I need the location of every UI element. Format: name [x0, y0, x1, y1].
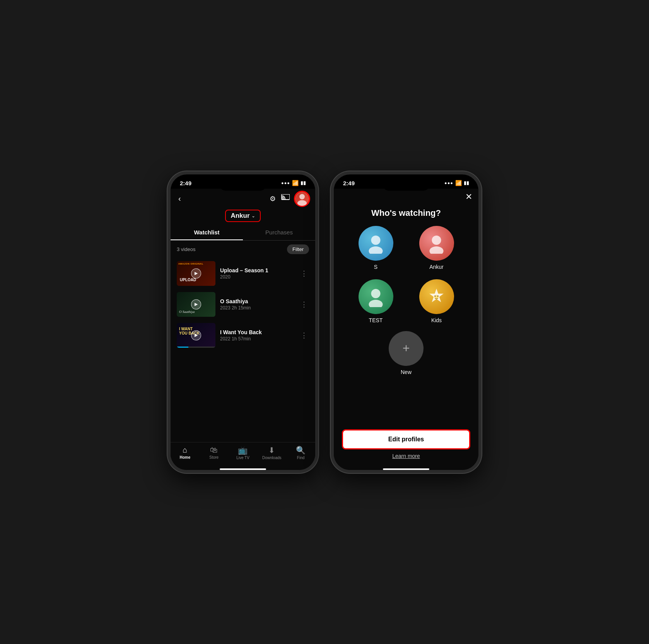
status-time-1: 2:49: [180, 180, 191, 186]
svg-point-1: [299, 194, 305, 200]
video-thumb-iwant: I WANTYOU BACK ▶: [177, 323, 215, 348]
store-icon: 🛍: [210, 446, 218, 454]
svg-point-6: [430, 246, 444, 254]
profiles-grid: S Ankur: [334, 226, 478, 323]
video-thumb-upload: AMAZON ORIGINAL UPLOAD ▶: [177, 261, 215, 286]
svg-point-4: [369, 246, 383, 254]
spacer-2: [334, 375, 478, 413]
profile-kids[interactable]: Kids: [419, 279, 454, 323]
video-meta-upload: 2020: [220, 274, 294, 280]
video-item-upload[interactable]: AMAZON ORIGINAL UPLOAD ▶ Upload – Season…: [171, 258, 315, 289]
new-profile-container: + New: [334, 323, 478, 375]
cast-icon[interactable]: [281, 194, 290, 203]
video-item-iwant[interactable]: I WANTYOU BACK ▶ I Want You Back 2022 1h…: [171, 320, 315, 351]
wifi-icon-2: 📶: [455, 180, 462, 186]
profile-name-kids: Kids: [431, 317, 442, 323]
video-title-upload: Upload – Season 1: [220, 267, 294, 273]
back-button[interactable]: ‹: [177, 193, 183, 205]
new-profile-button[interactable]: +: [389, 331, 424, 366]
svg-point-8: [369, 300, 383, 307]
tab-purchases[interactable]: Purchases: [243, 225, 315, 240]
nav-find[interactable]: 🔍 Find: [286, 446, 315, 460]
profile-s[interactable]: S: [359, 226, 393, 270]
filter-button[interactable]: Filter: [287, 244, 309, 254]
video-item-saathiya[interactable]: O Saathiya ▶ O Saathiya 2023 2h 15min ⋮: [171, 289, 315, 320]
videos-header: 3 videos Filter: [171, 241, 315, 256]
dropdown-arrow-icon: ⌄: [251, 213, 255, 219]
whos-watching-title: Who's watching?: [334, 202, 478, 226]
home-indicator-2: [383, 468, 429, 470]
avatar-ankur: [419, 226, 454, 261]
svg-point-12: [437, 296, 439, 297]
username-badge[interactable]: Ankur ⌄: [225, 210, 260, 222]
nav-home[interactable]: ⌂ Home: [171, 446, 200, 460]
avatar-kids: [419, 279, 454, 314]
video-info-saathiya: O Saathiya 2023 2h 15min: [220, 298, 294, 311]
nav-store[interactable]: 🛍 Store: [200, 446, 229, 460]
profile-name-test: TEST: [369, 317, 383, 323]
profile-ankur[interactable]: Ankur: [419, 226, 454, 270]
video-list: AMAZON ORIGINAL UPLOAD ▶ Upload – Season…: [171, 256, 315, 351]
downloads-label: Downloads: [262, 456, 281, 460]
settings-icon[interactable]: ⚙: [270, 195, 276, 203]
status-time-2: 2:49: [343, 180, 355, 186]
close-button[interactable]: ✕: [465, 192, 472, 202]
profile-name-s: S: [374, 264, 377, 270]
video-title-saathiya: O Saathiya: [220, 298, 294, 304]
status-icons-2: ●●● 📶 ▮▮: [444, 180, 469, 186]
video-meta-iwant: 2022 1h 57min: [220, 336, 294, 342]
livetv-icon: 📺: [238, 446, 248, 455]
phone2-content: ✕ Who's watching? S: [334, 189, 478, 470]
svg-point-3: [371, 236, 381, 245]
profile-test[interactable]: TEST: [359, 279, 393, 323]
profile-name-ankur: Ankur: [429, 264, 444, 270]
home-indicator-1: [220, 468, 266, 470]
signal-icon: ●●●: [281, 181, 290, 185]
tab-watchlist[interactable]: Watchlist: [171, 225, 243, 240]
content-spacer: [171, 351, 315, 442]
battery-icon: ▮▮: [301, 180, 306, 186]
screen1-header: ‹ ⚙: [171, 189, 315, 206]
video-thumb-saathiya: O Saathiya ▶: [177, 292, 215, 317]
avatar-test: [359, 279, 393, 314]
home-label: Home: [180, 455, 191, 460]
more-options-saathiya[interactable]: ⋮: [299, 299, 309, 310]
signal-icon-2: ●●●: [444, 181, 453, 185]
edit-profiles-button[interactable]: Edit profiles: [343, 430, 469, 448]
learn-more-link[interactable]: Learn more: [343, 453, 469, 459]
home-icon: ⌂: [183, 446, 187, 454]
more-options-iwant[interactable]: ⋮: [299, 330, 309, 341]
dynamic-island: [220, 179, 266, 191]
video-meta-saathiya: 2023 2h 15min: [220, 305, 294, 311]
phone1-content: ‹ ⚙: [171, 189, 315, 470]
video-title-iwant: I Want You Back: [220, 329, 294, 335]
username-label: Ankur: [231, 212, 249, 220]
videos-count-label: 3 videos: [177, 246, 195, 252]
find-label: Find: [297, 456, 304, 460]
play-icon-saathiya: ▶: [191, 299, 201, 309]
svg-point-11: [434, 296, 436, 297]
battery-icon-2: ▮▮: [464, 180, 469, 186]
status-icons-1: ●●● 📶 ▮▮: [281, 180, 306, 186]
nav-downloads[interactable]: ⬇ Downloads: [257, 446, 286, 460]
store-label: Store: [209, 455, 219, 460]
livetv-label: Live TV: [236, 456, 249, 460]
profile-icon-button[interactable]: [295, 192, 309, 206]
video-info-upload: Upload – Season 1 2020: [220, 267, 294, 280]
phone-1: 2:49 ●●● 📶 ▮▮ ‹ ⚙: [167, 171, 318, 473]
progress-bar-iwant: [177, 347, 215, 348]
downloads-icon: ⬇: [268, 446, 275, 455]
play-icon-iwant: ▶: [191, 330, 201, 340]
dynamic-island-2: [383, 179, 429, 191]
svg-point-5: [432, 236, 441, 245]
bottom-nav: ⌂ Home 🛍 Store 📺 Live TV ⬇ Downloads 🔍 F…: [171, 442, 315, 467]
svg-point-7: [371, 289, 381, 298]
find-icon: 🔍: [296, 446, 306, 455]
header-actions: ⚙: [270, 192, 309, 206]
video-info-iwant: I Want You Back 2022 1h 57min: [220, 329, 294, 342]
screen2-header: ✕: [334, 189, 478, 202]
more-options-upload[interactable]: ⋮: [299, 268, 309, 279]
nav-livetv[interactable]: 📺 Live TV: [229, 446, 258, 460]
edit-profiles-area: Edit profiles Learn more: [334, 413, 478, 467]
new-profile-label: New: [401, 369, 412, 375]
